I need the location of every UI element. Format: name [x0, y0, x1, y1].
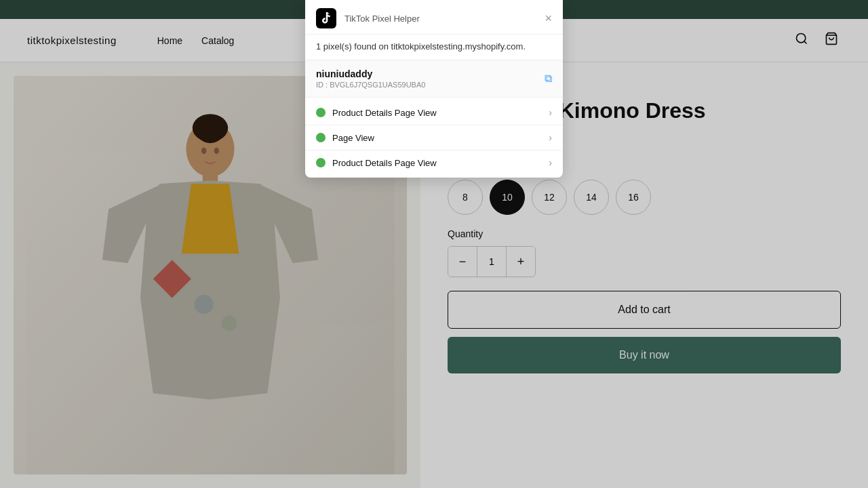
popup-logo-area: TikTok Pixel Helper	[316, 8, 420, 28]
pixel-account-id: ID : BVGL6J7QSG1UAS59UBA0	[316, 81, 425, 89]
pixel-account-details: niuniudaddy ID : BVGL6J7QSG1UAS59UBA0	[316, 68, 425, 89]
pixel-count-info: 1 pixel(s) found on titktokpixelstesting…	[305, 35, 563, 60]
pixel-event-row-0[interactable]: Product Details Page View ›	[305, 100, 563, 125]
tiktok-pixel-popup: TikTok Pixel Helper × 1 pixel(s) found o…	[305, 0, 563, 178]
chevron-right-icon-0: ›	[549, 107, 552, 118]
pixel-event-left-2: Product Details Page View	[316, 158, 437, 168]
event-status-dot-0	[316, 108, 326, 117]
pixel-event-left-1: Page View	[316, 133, 374, 143]
tiktok-logo-icon	[316, 8, 336, 28]
chevron-right-icon-2: ›	[549, 157, 552, 168]
event-name-1: Page View	[332, 133, 374, 143]
event-name-0: Product Details Page View	[332, 108, 437, 118]
popup-overlay[interactable]: TikTok Pixel Helper × 1 pixel(s) found o…	[0, 0, 868, 488]
pixel-account-name: niuniudaddy	[316, 68, 425, 79]
popup-header: TikTok Pixel Helper ×	[305, 0, 563, 35]
event-status-dot-1	[316, 133, 326, 142]
event-name-2: Product Details Page View	[332, 158, 437, 168]
pixel-events-list: Product Details Page View › Page View › …	[305, 98, 563, 178]
popup-close-button[interactable]: ×	[545, 12, 552, 26]
pixel-event-row-2[interactable]: Product Details Page View ›	[305, 150, 563, 175]
popup-subtitle: TikTok Pixel Helper	[342, 14, 420, 24]
tiktok-icon	[320, 12, 332, 24]
pixel-event-row-1[interactable]: Page View ›	[305, 125, 563, 150]
event-status-dot-2	[316, 158, 326, 167]
external-link-icon[interactable]: ⧉	[545, 73, 552, 85]
pixel-event-left-0: Product Details Page View	[316, 108, 437, 118]
pixel-account: niuniudaddy ID : BVGL6J7QSG1UAS59UBA0 ⧉	[305, 60, 563, 98]
chevron-right-icon-1: ›	[549, 132, 552, 143]
